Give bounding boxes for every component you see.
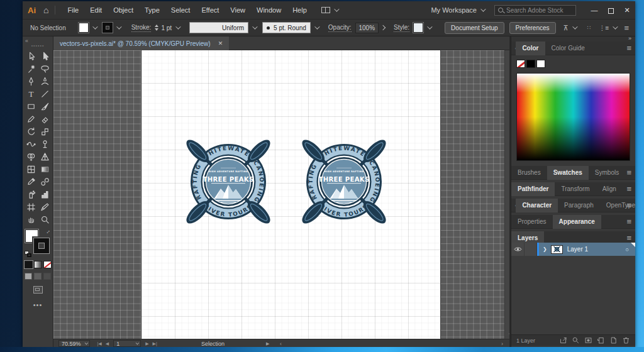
tool-width[interactable] bbox=[24, 138, 38, 150]
white-swatch[interactable] bbox=[536, 60, 545, 68]
tool-artboard[interactable] bbox=[24, 201, 38, 213]
panel-menu-icon[interactable]: ≡ bbox=[626, 217, 631, 226]
previous-artboard-icon[interactable]: ◀ bbox=[106, 341, 109, 346]
document-tab[interactable]: vectors-vs-pixels.ai* @ 70.59% (CMYK/GPU… bbox=[53, 36, 229, 50]
tool-hand[interactable] bbox=[24, 213, 38, 226]
gradient-button[interactable] bbox=[34, 261, 42, 268]
chevron-down-icon[interactable] bbox=[613, 24, 618, 29]
expand-layer-icon[interactable]: ❯ bbox=[543, 246, 547, 252]
style-label[interactable]: Style: bbox=[394, 24, 409, 32]
maximize-button[interactable] bbox=[602, 1, 619, 19]
panel-menu-icon[interactable]: ≡ bbox=[626, 201, 631, 210]
tab-opentype[interactable]: OpenType bbox=[600, 199, 641, 212]
panel-menu-icon[interactable]: ≡ bbox=[626, 233, 631, 243]
search-input[interactable] bbox=[506, 7, 572, 14]
tool-perspective-grid[interactable] bbox=[38, 150, 52, 163]
tool-rectangle[interactable] bbox=[24, 100, 38, 113]
arrange-documents-button[interactable] bbox=[321, 7, 338, 13]
width-profile-dropdown[interactable]: Uniform bbox=[189, 22, 248, 33]
layer-thumbnail[interactable] bbox=[551, 245, 563, 254]
screen-mode-button[interactable] bbox=[33, 286, 43, 294]
tool-slice[interactable] bbox=[38, 201, 52, 213]
tool-lasso[interactable] bbox=[38, 62, 52, 75]
tab-brushes[interactable]: Brushes bbox=[511, 166, 547, 180]
tool-zoom[interactable] bbox=[38, 213, 52, 226]
minimize-button[interactable]: — bbox=[586, 1, 602, 19]
tab-transform[interactable]: Transform bbox=[555, 182, 596, 196]
make-clipping-mask-icon[interactable] bbox=[584, 336, 592, 344]
menu-window[interactable]: Window bbox=[251, 6, 287, 14]
tab-paragraph[interactable]: Paragraph bbox=[558, 199, 600, 212]
draw-behind-button[interactable] bbox=[34, 273, 42, 280]
tab-appearance[interactable]: Appearance bbox=[553, 215, 601, 229]
three-peaks-logo-raster[interactable]: WHITEWATER CANOEING RAFTING RIVER TOURS bbox=[181, 135, 275, 229]
visibility-eye-icon[interactable] bbox=[511, 243, 525, 256]
swap-fill-stroke-icon[interactable]: ↔ bbox=[43, 227, 52, 235]
brush-definition-dropdown[interactable]: 5 pt. Round bbox=[262, 22, 311, 33]
tool-shape-builder[interactable] bbox=[24, 150, 38, 163]
last-artboard-icon[interactable]: ▶| bbox=[153, 341, 157, 346]
lock-toggle-cell[interactable] bbox=[525, 243, 537, 256]
close-button[interactable]: ✕ bbox=[619, 1, 635, 19]
tool-paintbrush[interactable] bbox=[38, 100, 52, 113]
menu-select[interactable]: Select bbox=[165, 6, 196, 14]
none-swatch[interactable] bbox=[516, 60, 525, 68]
first-artboard-icon[interactable]: |◀ bbox=[97, 341, 102, 346]
chevron-down-icon[interactable] bbox=[314, 24, 319, 29]
color-spectrum-picker[interactable] bbox=[516, 73, 630, 161]
default-fill-stroke-icon[interactable] bbox=[25, 251, 31, 257]
tool-mesh[interactable] bbox=[24, 163, 38, 175]
edit-toolbar-icon[interactable]: ••• bbox=[23, 301, 53, 309]
new-layer-icon[interactable] bbox=[609, 336, 618, 344]
chevron-down-icon[interactable] bbox=[92, 24, 97, 29]
graphic-style-swatch[interactable] bbox=[413, 23, 423, 33]
color-button[interactable] bbox=[25, 261, 33, 268]
tool-scale[interactable] bbox=[38, 125, 52, 138]
tab-swatches[interactable]: Swatches bbox=[547, 166, 589, 180]
scroll-right-icon[interactable]: › bbox=[501, 341, 503, 347]
tool-column-graph[interactable] bbox=[38, 188, 52, 201]
menu-effect[interactable]: Effect bbox=[196, 6, 225, 14]
artboard-navigation-field[interactable]: 1 bbox=[113, 340, 141, 347]
delete-selection-icon[interactable] bbox=[622, 336, 630, 344]
tab-color-guide[interactable]: Color Guide bbox=[545, 41, 591, 55]
canvas-pasteboard[interactable]: WHITEWATER CANOEING RAFTING RIVER TOURS bbox=[53, 50, 509, 339]
chevron-right-icon[interactable] bbox=[380, 25, 386, 30]
menu-help[interactable]: Help bbox=[287, 6, 313, 14]
tab-pathfinder[interactable]: Pathfinder bbox=[511, 182, 555, 196]
panel-menu-icon[interactable]: ≡ bbox=[626, 43, 631, 53]
panel-grip[interactable]: •••••• bbox=[23, 44, 53, 48]
locate-object-icon[interactable] bbox=[572, 336, 580, 344]
control-menu-icon[interactable]: ≡ bbox=[624, 23, 629, 33]
stroke-weight-value[interactable]: 1 pt bbox=[161, 25, 172, 31]
puppet-warp-pin-icon[interactable]: ⊼ bbox=[564, 24, 569, 32]
tool-rotate[interactable] bbox=[24, 125, 38, 138]
tab-character[interactable]: Character bbox=[516, 199, 558, 212]
menu-object[interactable]: Object bbox=[108, 6, 139, 14]
tool-symbol-sprayer[interactable] bbox=[24, 188, 38, 201]
artboard[interactable]: WHITEWATER CANOEING RAFTING RIVER TOURS bbox=[142, 50, 440, 339]
chevron-down-icon[interactable] bbox=[427, 24, 432, 29]
layer-row[interactable]: ❯ Layer 1 ○ bbox=[511, 243, 635, 256]
draw-inside-button[interactable] bbox=[43, 273, 51, 280]
draw-normal-button[interactable] bbox=[25, 273, 32, 280]
tool-type[interactable]: T bbox=[24, 87, 38, 100]
tool-pencil[interactable] bbox=[24, 113, 38, 125]
tool-curvature[interactable] bbox=[38, 75, 52, 87]
next-artboard-icon[interactable]: ▶ bbox=[145, 341, 148, 346]
document-setup-button[interactable]: Document Setup bbox=[445, 22, 504, 34]
adobe-stock-search[interactable] bbox=[494, 5, 576, 16]
layer-target-icon[interactable]: ○ bbox=[626, 246, 629, 253]
menu-edit[interactable]: Edit bbox=[84, 6, 108, 14]
layer-name[interactable]: Layer 1 bbox=[567, 246, 588, 253]
play-status-icon[interactable]: ▶ bbox=[266, 341, 269, 346]
status-options-icon[interactable]: ‹ bbox=[280, 341, 282, 347]
chevron-down-icon[interactable] bbox=[252, 24, 257, 29]
menu-view[interactable]: View bbox=[225, 6, 251, 14]
menu-type[interactable]: Type bbox=[139, 6, 165, 14]
chevron-down-icon[interactable] bbox=[116, 24, 121, 29]
tab-align[interactable]: Align bbox=[596, 182, 623, 196]
tab-properties[interactable]: Properties bbox=[511, 215, 553, 229]
fill-color-swatch[interactable] bbox=[79, 23, 89, 33]
stroke-weight-label[interactable]: Stroke: bbox=[131, 24, 152, 32]
